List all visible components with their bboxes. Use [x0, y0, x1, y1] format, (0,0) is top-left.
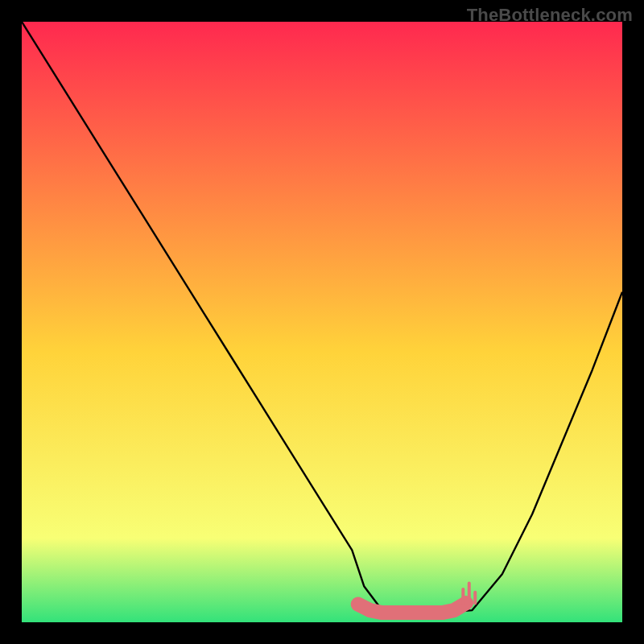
accent-band	[22, 22, 622, 622]
plot-area	[22, 22, 622, 622]
chart-frame: TheBottleneck.com	[0, 0, 644, 644]
